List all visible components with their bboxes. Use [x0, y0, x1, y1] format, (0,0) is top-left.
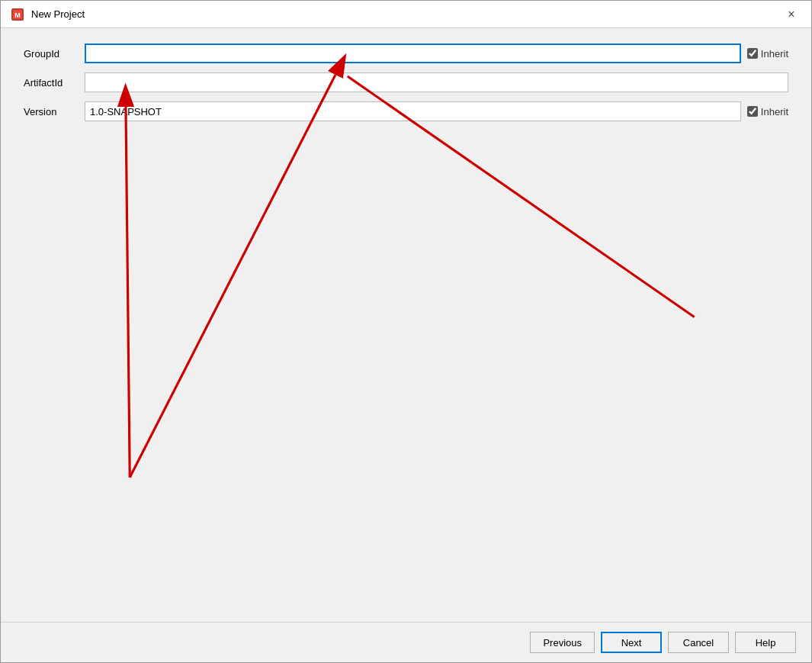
- cancel-button[interactable]: Cancel: [668, 632, 729, 653]
- help-button[interactable]: Help: [735, 632, 796, 653]
- new-project-dialog: M New Project × GroupId Inherit Artifact…: [0, 0, 812, 663]
- groupid-label: GroupId: [24, 48, 85, 60]
- button-row: Previous Next Cancel Help: [1, 622, 811, 662]
- version-label: Version: [24, 106, 85, 117]
- groupid-row: GroupId Inherit: [24, 43, 788, 63]
- artifactid-row: ArtifactId: [24, 72, 788, 92]
- version-row: Version Inherit: [24, 101, 788, 121]
- groupid-inherit-wrapper: Inherit: [747, 48, 788, 60]
- groupid-inherit-label: Inherit: [761, 48, 788, 60]
- groupid-input[interactable]: [85, 43, 741, 63]
- version-input[interactable]: [85, 101, 741, 121]
- svg-line-4: [130, 75, 335, 478]
- title-bar: M New Project ×: [1, 1, 811, 28]
- svg-text:M: M: [14, 11, 21, 19]
- svg-line-5: [126, 107, 130, 478]
- version-inherit-checkbox[interactable]: [747, 106, 758, 117]
- dialog-icon: M: [10, 7, 25, 22]
- groupid-inherit-checkbox[interactable]: [747, 48, 758, 59]
- dialog-title: New Project: [31, 8, 85, 20]
- version-inherit-label: Inherit: [761, 106, 788, 117]
- next-button[interactable]: Next: [601, 632, 662, 653]
- version-inherit-wrapper: Inherit: [747, 106, 788, 117]
- previous-button[interactable]: Previous: [530, 632, 595, 653]
- close-button[interactable]: ×: [781, 4, 802, 25]
- title-bar-left: M New Project: [10, 7, 85, 22]
- content-area: GroupId Inherit ArtifactId Version Inher…: [1, 28, 811, 622]
- artifactid-input[interactable]: [85, 72, 788, 92]
- artifactid-label: ArtifactId: [24, 77, 85, 89]
